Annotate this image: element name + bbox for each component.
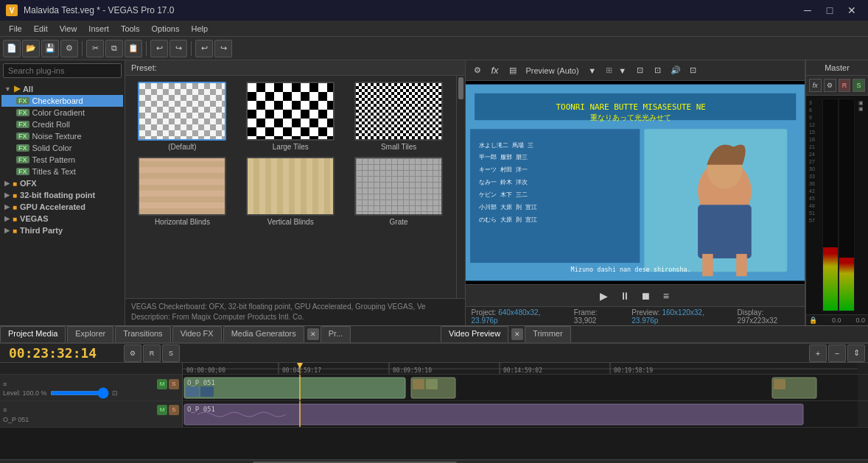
preset-thumb-horiz-blinds[interactable] [138, 157, 226, 216]
audio-track-solo-btn[interactable]: S [169, 405, 179, 415]
preview-speaker-btn[interactable]: 🔊 [668, 63, 683, 78]
search-input[interactable] [3, 63, 122, 78]
timeline-zoom-out-btn[interactable]: − [828, 344, 846, 362]
preview-grid-icon: ⊞ [606, 66, 612, 75]
menu-insert[interactable]: Insert [83, 23, 115, 35]
minimize-button[interactable]: ─ [797, 3, 818, 18]
master-settings-btn[interactable]: ⚙ [824, 79, 836, 92]
audio-track-expand-btn[interactable]: ≡ [3, 406, 7, 414]
open-button[interactable]: 📂 [22, 40, 40, 57]
preview-grid-btn[interactable]: ▼ [615, 63, 630, 78]
preset-item-small-tiles[interactable]: Small Tiles [348, 82, 450, 151]
timeline-scrollbar-h[interactable] [0, 459, 868, 463]
preview-loop-btn[interactable]: ⊡ [651, 63, 665, 78]
preset-thumb-grate[interactable] [354, 157, 443, 216]
preset-thumb-small-tiles[interactable] [354, 82, 443, 141]
track-mute-btn[interactable]: M [157, 379, 167, 389]
tree-item-ofx[interactable]: ▶ ■ OFX [1, 177, 123, 189]
tree-label-third-party: Third Party [20, 226, 63, 235]
tab-pr[interactable]: Pr... [321, 326, 351, 342]
timeline-zoom-in-btn[interactable]: + [809, 344, 827, 362]
menu-tools[interactable]: Tools [115, 23, 146, 35]
tab-video-preview[interactable]: Video Preview [441, 326, 508, 342]
svg-text:00:14:59:02: 00:14:59:02 [503, 367, 542, 374]
tab-close-vp[interactable]: ✕ [511, 328, 523, 340]
tab-trimmer[interactable]: Trimmer [525, 326, 571, 342]
tree-item-credit-roll[interactable]: FX Credit Roll [1, 119, 123, 130]
app-icon: V [6, 4, 18, 16]
paste-button[interactable]: 📋 [125, 40, 142, 57]
preset-thumb-large-tiles[interactable] [246, 82, 335, 141]
track-expand-btn[interactable]: ≡ [3, 381, 7, 388]
list-button[interactable]: ≡ [659, 289, 673, 303]
preview-channel-btn[interactable]: ▤ [505, 63, 520, 78]
tab-explorer[interactable]: Explorer [67, 326, 113, 342]
preview-more-btn[interactable]: ⊡ [686, 63, 701, 78]
track-solo-btn[interactable]: S [169, 379, 179, 389]
video-track-content[interactable]: O_P 051 [183, 375, 858, 400]
preset-item-grate[interactable]: Grate [348, 157, 450, 226]
undo2-button[interactable]: ↩ [195, 40, 213, 57]
preview-fx-btn[interactable]: fx [488, 63, 503, 78]
timeline-settings-btn[interactable]: ⚙ [124, 344, 141, 362]
menu-help[interactable]: Help [185, 23, 214, 35]
save-button[interactable]: 💾 [41, 40, 59, 57]
tab-close-mg[interactable]: ✕ [307, 328, 319, 340]
preset-item-large-tiles[interactable]: Large Tiles [239, 82, 342, 151]
timeline-expand-btn[interactable]: ⇕ [847, 344, 865, 362]
master-fx-btn[interactable]: fx [809, 79, 822, 92]
ruler-marks[interactable]: 00:00:00;00 00:04:59:17 00:09:59:10 00:1… [183, 363, 858, 374]
audio-track-content[interactable]: O_P 051 [183, 401, 858, 427]
redo-button[interactable]: ↪ [169, 40, 187, 57]
play-button[interactable]: ▶ [597, 289, 612, 303]
tree-item-test-pattern[interactable]: FX Test Pattern [1, 154, 123, 166]
maximize-button[interactable]: □ [819, 3, 840, 18]
undo-button[interactable]: ↩ [150, 40, 168, 57]
copy-button[interactable]: ⧉ [105, 40, 123, 57]
redo2-button[interactable]: ↪ [214, 40, 232, 57]
expand-icon-third-party: ▶ [4, 227, 10, 234]
preset-thumb-vert-blinds[interactable] [246, 157, 335, 216]
tree-item-vegas[interactable]: ▶ ■ VEGAS [1, 213, 123, 225]
tree-item-all[interactable]: ▼ ▶ All [1, 82, 123, 95]
tree-item-color-gradient[interactable]: FX Color Gradient [1, 107, 123, 119]
tab-project-media[interactable]: Project Media [0, 326, 66, 342]
audio-track-mute-btn[interactable]: M [157, 405, 167, 415]
master-r-btn[interactable]: R [839, 79, 851, 92]
preset-item-vert-blinds[interactable]: Vertical Blinds [239, 157, 342, 226]
menu-edit[interactable]: Edit [28, 23, 54, 35]
menu-view[interactable]: View [54, 23, 83, 35]
close-button[interactable]: ✕ [841, 3, 862, 18]
tab-video-fx[interactable]: Video FX [172, 326, 222, 342]
tab-media-generators[interactable]: Media Generators [223, 326, 304, 342]
preset-thumb-default[interactable] [138, 82, 226, 141]
fx-badge-checkerboard: FX [16, 97, 29, 105]
pause-button[interactable]: ⏸ [617, 289, 632, 303]
master-s-btn[interactable]: S [853, 79, 865, 92]
preset-item-horiz-blinds[interactable]: Horizontal Blinds [131, 157, 234, 226]
preview-dropdown-btn[interactable]: ▼ [585, 63, 600, 78]
tree-item-gpu[interactable]: ▶ ■ GPU Accelerated [1, 201, 123, 213]
new-button[interactable]: 📄 [3, 40, 21, 57]
tree-item-32bit[interactable]: ▶ ■ 32-bit floating point [1, 189, 123, 201]
tree-item-checkerboard[interactable]: FX Checkerboard [1, 95, 123, 107]
timeline-snap-btn[interactable]: S [162, 344, 180, 362]
preview-snap-btn[interactable]: ⊡ [633, 63, 648, 78]
db-indicator: ▣ ▣ [856, 99, 865, 311]
preview-settings-btn[interactable]: ⚙ [470, 63, 485, 78]
tree-item-solid-color[interactable]: FX Solid Color [1, 142, 123, 154]
preset-scroll-thumb[interactable] [458, 77, 463, 99]
tree-item-noise-texture[interactable]: FX Noise Texture [1, 130, 123, 142]
menu-options[interactable]: Options [146, 23, 186, 35]
track-level-slider[interactable] [50, 391, 109, 395]
timeline-ripple-btn[interactable]: R [143, 344, 161, 362]
preset-scrollbar-v[interactable] [456, 76, 465, 298]
render-button[interactable]: ⚙ [60, 40, 78, 57]
tree-item-titles-text[interactable]: FX Titles & Text [1, 166, 123, 177]
cut-button[interactable]: ✂ [86, 40, 104, 57]
tab-transitions[interactable]: Transitions [115, 326, 170, 342]
menu-file[interactable]: File [3, 23, 28, 35]
stop-button[interactable]: ⏹ [638, 289, 653, 303]
tree-item-third-party[interactable]: ▶ ■ Third Party [1, 225, 123, 236]
preset-item-default[interactable]: (Default) [131, 82, 234, 151]
